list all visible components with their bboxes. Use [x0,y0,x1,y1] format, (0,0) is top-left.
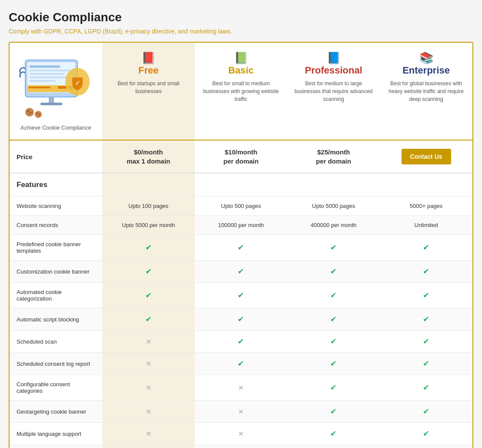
enterprise-price-contact-button[interactable]: Contact Us [402,149,451,164]
basic-plan-name: Basic [228,65,254,76]
check-icon: ✔ [238,243,244,252]
check-icon: ✔ [423,243,429,252]
feature-value: ✔ [287,283,380,308]
check-icon: ✔ [330,314,337,324]
svg-rect-4 [30,73,64,75]
svg-point-16 [27,110,29,112]
check-icon: ✔ [330,383,337,392]
feature-value: ✕ [102,401,195,422]
svg-point-21 [39,114,40,116]
features-title: Features [10,174,102,196]
features-empty-professional [287,174,380,196]
svg-rect-8 [29,87,50,88]
feature-value: Unlimited [380,216,472,234]
header-row: ✓ Achieve Cookie Compliance 📕 [10,43,472,140]
cross-icon: ✕ [146,360,151,368]
feature-name: Scheduled consent log report [10,353,102,374]
feature-name: Remove "Mandatly" Branding [10,445,102,448]
feature-value: Upto 5000 per month [102,216,195,234]
feature-row: Consent recordsUpto 5000 per month100000… [10,216,472,235]
feature-value: ✔ [287,423,380,445]
feature-value: ✔ [380,283,472,308]
price-enterprise: Contact Us [380,140,472,173]
check-icon: ✔ [423,314,429,324]
check-icon: ✔ [238,267,244,276]
check-icon: ✔ [145,314,152,324]
feature-row: Scheduled consent log report✕✔✔✔ [10,353,472,375]
feature-value: ✔ [195,331,288,352]
feature-value: Upto 5000 pages [287,197,380,215]
feature-name: Scheduled scan [10,331,102,352]
feature-row: Geotargeting cookie banner✕✕✔✔ [10,401,472,423]
feature-value: ✔ [102,261,195,282]
cross-icon: ✕ [238,430,244,438]
check-icon: ✔ [330,267,337,276]
feature-name: Geotargeting cookie banner [10,401,102,422]
feature-name: Website scanning [10,197,102,215]
product-image-cell: ✓ Achieve Cookie Compliance [10,43,102,140]
enterprise-plan-desc: Best for global businesses with heavy we… [387,80,465,103]
feature-value: ✕ [102,331,195,352]
svg-rect-11 [49,97,54,104]
feature-value: ✔ [195,308,288,330]
svg-point-15 [25,108,34,117]
feature-name: Customization cookie banner [10,261,102,282]
feature-value: ✕ [102,353,195,374]
professional-plan-icon: 📘 [327,51,341,65]
feature-value: ✕ [195,401,288,422]
svg-point-17 [30,112,32,114]
cross-icon: ✕ [238,384,244,392]
check-icon: ✔ [238,291,244,300]
feature-value: ✔ [102,283,195,308]
svg-point-18 [28,113,30,114]
check-icon: ✔ [330,243,337,252]
check-icon: ✔ [330,291,337,300]
check-icon: ✔ [330,359,337,368]
feature-value: ✕ [102,445,195,448]
check-icon: ✔ [145,291,152,300]
feature-name: Automated cookie categorization [10,283,102,308]
features-empty-basic [195,174,288,196]
feature-value: 5000+ pages [380,197,472,215]
feature-value: ✔ [380,308,472,330]
page-subtitle: Comply with GDPR, CCPA, LGPD (Brazil), e… [9,28,473,35]
feature-value: ✔ [287,353,380,374]
feature-value: ✔ [380,261,472,282]
check-icon: ✔ [330,407,337,416]
svg-rect-6 [30,80,56,82]
check-icon: ✔ [423,291,429,300]
features-empty-free [102,174,195,196]
cross-icon: ✕ [238,408,244,416]
feature-row: Website scanningUpto 100 pagesUpto 500 p… [10,197,472,216]
feature-value: ✔ [380,401,472,422]
professional-plan-desc: Best for medium to large businesses that… [294,80,373,103]
cross-icon: ✕ [146,430,151,438]
price-row: Price $0/month max 1 domain $10/month pe… [10,140,472,174]
cross-icon: ✕ [146,384,151,392]
check-icon: ✔ [145,267,152,276]
svg-rect-5 [30,77,69,78]
feature-value: ✔ [287,235,380,260]
professional-plan-name: Professional [305,65,362,76]
price-free: $0/month max 1 domain [102,140,195,173]
check-icon: ✔ [423,383,429,392]
feature-value: ✔ [380,353,472,374]
free-plan-desc: Best for startups and small businesses [109,80,188,95]
basic-plan-icon: 📗 [234,51,248,65]
feature-value: ✕ [195,445,288,448]
feature-value: ✔ [195,353,288,374]
feature-value: ✔ [287,375,380,400]
check-icon: ✔ [423,267,429,276]
cross-icon: ✕ [146,408,151,416]
feature-name: Predefined cookie banner templates [10,235,102,260]
product-image-label: Achieve Cookie Compliance [20,124,91,131]
enterprise-plan-name: Enterprise [402,65,450,76]
check-icon: ✔ [423,359,429,368]
feature-row: Multiple language support✕✕✔✔ [10,423,472,445]
feature-value: ✕ [195,423,288,445]
free-plan-icon: 📕 [141,51,155,65]
feature-value: ✔ [195,261,288,282]
feature-value: ✔ [380,445,472,448]
feature-value: ✔ [102,308,195,330]
basic-plan-desc: Best for small to medium businesses with… [202,80,281,103]
